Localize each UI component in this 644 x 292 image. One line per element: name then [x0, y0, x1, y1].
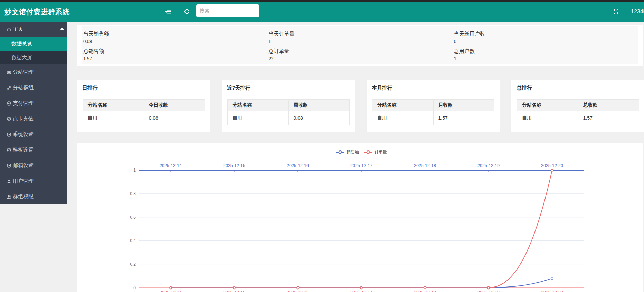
- column-header: 分站名称: [517, 100, 578, 111]
- table-row: 自用0.08: [228, 111, 350, 125]
- sidebar-item-label: 支付管理: [13, 100, 34, 107]
- stat-today-new-users: 当天新用户数 0: [453, 28, 638, 45]
- chart-card: 销售额 订单量 00.20.40.60.812025-12-142025-12-…: [77, 143, 643, 292]
- sidebar-item-label: 模板设置: [13, 147, 34, 153]
- column-header: 总收款: [578, 100, 639, 111]
- sidebar-item-site-groups[interactable]: 分站群组: [0, 80, 67, 95]
- rank-card-title: 总排行: [511, 80, 644, 96]
- stat-label: 当天订单量: [268, 30, 451, 38]
- collapse-menu-icon[interactable]: [165, 9, 171, 15]
- svg-text:0.6: 0.6: [130, 215, 136, 220]
- rank-card-title: 本月排行: [367, 80, 500, 96]
- stat-label: 当天销售额: [83, 30, 266, 38]
- stat-label: 总订单量: [268, 47, 451, 55]
- sidebar-item-template-settings[interactable]: 模板设置: [0, 142, 67, 158]
- sidebar-item-home[interactable]: 主页: [0, 22, 67, 37]
- column-header: 周收款: [288, 100, 350, 111]
- rank-table: 分站名称周收款 自用0.08: [227, 99, 350, 125]
- svg-text:1: 1: [133, 168, 136, 173]
- sidebar-item-group-permissions[interactable]: 群组权限: [0, 189, 67, 204]
- svg-text:2025-12-19: 2025-12-19: [477, 290, 500, 292]
- refresh-icon[interactable]: [184, 9, 190, 15]
- svg-text:2025-12-18: 2025-12-18: [414, 163, 436, 168]
- sidebar-item-data-screen[interactable]: 数据大屏: [0, 51, 67, 64]
- svg-text:0.4: 0.4: [130, 238, 136, 243]
- home-icon: [7, 27, 11, 32]
- rank-table: 分站名称总收款 自用1.57: [517, 99, 639, 125]
- sliders-icon: [7, 85, 11, 90]
- svg-text:2025-12-14: 2025-12-14: [160, 290, 182, 292]
- shield-check-icon: [7, 148, 11, 153]
- cell-site-name: 自用: [228, 111, 289, 125]
- sidebar-item-user-manage[interactable]: 用户管理: [0, 173, 67, 189]
- sidebar-item-payment[interactable]: 支付管理: [0, 95, 67, 111]
- sidebar-item-card-recharge[interactable]: 点卡充值: [0, 111, 67, 127]
- svg-text:0.2: 0.2: [130, 262, 136, 267]
- sidebar-item-site-manage[interactable]: 分站管理: [0, 64, 67, 80]
- sidebar-item-label: 系统设置: [13, 131, 34, 138]
- user-id[interactable]: 12345: [631, 2, 644, 22]
- sidebar-item-label: 邮箱设置: [13, 162, 34, 169]
- sidebar: 主页 数据总览 数据大屏 分站管理 分站群组 支付管理: [0, 22, 67, 204]
- stat-value: 1.57: [83, 55, 266, 62]
- sidebar-item-mail-settings[interactable]: 邮箱设置: [0, 158, 67, 173]
- stat-today-orders: 当天订单量 1: [267, 28, 452, 45]
- cell-site-name: 自用: [517, 111, 578, 125]
- svg-text:2025-12-14: 2025-12-14: [160, 163, 182, 168]
- sidebar-item-data-overview[interactable]: 数据总览: [0, 37, 67, 51]
- search-input[interactable]: [196, 4, 259, 17]
- stat-value: 22: [268, 55, 451, 62]
- sidebar-item-label: 群组权限: [13, 193, 34, 200]
- sidebar-item-label: 分站群组: [13, 84, 34, 91]
- rank-table: 分站名称今日收款 自用0.08: [83, 99, 205, 125]
- table-row: 自用1.57: [517, 111, 639, 125]
- cell-site-name: 自用: [372, 111, 434, 125]
- cell-amount: 1.57: [433, 111, 494, 125]
- rank-card-month: 本月排行 分站名称月收款 自用1.57: [367, 80, 500, 132]
- column-header: 分站名称: [83, 100, 144, 111]
- rank-card-week: 近7天排行 分站名称周收款 自用0.08: [222, 80, 355, 132]
- svg-text:2025-12-15: 2025-12-15: [223, 290, 245, 292]
- shield-check-icon: [7, 117, 11, 121]
- shield-check-icon: [7, 132, 11, 137]
- sidebar-item-label: 分站管理: [13, 69, 34, 75]
- column-header: 分站名称: [372, 100, 434, 111]
- column-header: 分站名称: [228, 100, 289, 111]
- stats-panel: 当天销售额 0.08 当天订单量 1 当天新用户数 0 总销售额 1.57 总订…: [82, 26, 638, 64]
- sidebar-item-label: 点卡充值: [13, 116, 34, 122]
- sidebar-item-label: 主页: [13, 26, 23, 33]
- cell-site-name: 自用: [83, 111, 144, 125]
- stat-label: 当天新用户数: [454, 30, 636, 38]
- stat-total-orders: 总订单量 22: [267, 45, 452, 63]
- cell-amount: 0.08: [288, 111, 350, 125]
- shield-check-icon: [7, 101, 11, 106]
- rank-table: 分站名称月收款 自用1.57: [372, 99, 494, 125]
- rank-card-total: 总排行 分站名称总收款 自用1.57: [511, 80, 644, 132]
- rank-card-title: 近7天排行: [222, 80, 355, 96]
- user-icon: [7, 179, 11, 184]
- stat-label: 总销售额: [83, 47, 266, 55]
- column-header: 今日收款: [144, 100, 205, 111]
- header-bar: 妙文馆付费进群系统 12345: [0, 2, 644, 22]
- rank-card-daily: 日排行 分站名称今日收款 自用0.08: [77, 80, 210, 132]
- fullscreen-icon[interactable]: [613, 9, 619, 15]
- table-row: 自用1.57: [372, 111, 494, 125]
- svg-text:2025-12-17: 2025-12-17: [350, 163, 372, 168]
- table-row: 自用0.08: [83, 111, 205, 125]
- stat-total-sales: 总销售额 1.57: [82, 45, 267, 63]
- stat-today-sales: 当天销售额 0.08: [82, 28, 267, 45]
- svg-text:2025-12-20: 2025-12-20: [541, 163, 563, 168]
- users-icon: [7, 194, 11, 199]
- sidebar-item-system-settings[interactable]: 系统设置: [0, 127, 67, 142]
- svg-text:2025-12-19: 2025-12-19: [477, 163, 500, 168]
- sidebar-item-label: 用户管理: [13, 178, 34, 184]
- stat-value: 0: [454, 38, 636, 45]
- stat-total-users: 总用户数 1: [453, 45, 638, 63]
- svg-text:2025-12-16: 2025-12-16: [287, 163, 309, 168]
- stats-card: 当天销售额 0.08 当天订单量 1 当天新用户数 0 总销售额 1.57 总订…: [77, 25, 643, 66]
- stat-value: 0.08: [83, 38, 266, 45]
- svg-text:2025-12-18: 2025-12-18: [414, 290, 436, 292]
- stat-value: 1: [268, 38, 451, 45]
- svg-text:2025-12-16: 2025-12-16: [287, 290, 309, 292]
- svg-text:0: 0: [133, 285, 136, 290]
